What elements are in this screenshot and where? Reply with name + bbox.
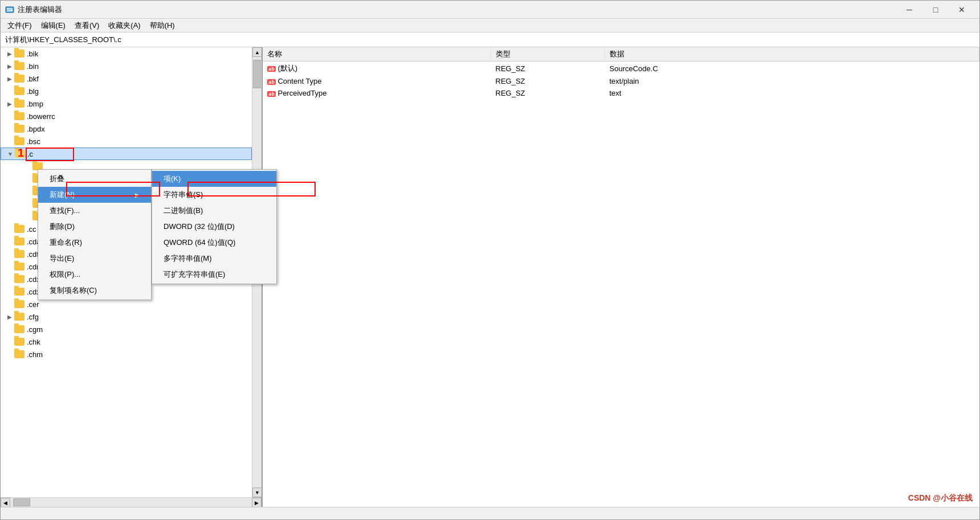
context-menu: 折叠 新建(N) ▶ 查找(F)... 删除(D) 重命名(R) 导出(E) 权… xyxy=(38,169,152,300)
submenu-item-multistring[interactable]: 多字符串值(M) xyxy=(152,251,276,267)
tree-label-bpdx: .bpdx xyxy=(27,125,45,133)
folder-icon-bmp xyxy=(14,100,24,108)
submenu-item-dword[interactable]: DWORD (32 位)值(D) xyxy=(152,219,276,235)
menu-view[interactable]: 查看(V) xyxy=(70,19,104,32)
tree-item-blg[interactable]: ▶ .blg xyxy=(1,85,252,97)
folder-icon-cdmp xyxy=(14,263,24,271)
folder-icon-bowerrc xyxy=(14,112,24,120)
tree-item-c[interactable]: ▼ .c xyxy=(1,148,252,160)
tree-label-bkf: .bkf xyxy=(27,75,39,83)
h-scroll-left-btn[interactable]: ◀ xyxy=(1,498,10,507)
submenu: 项(K) 字符串值(S) 二进制值(B) DWORD (32 位)值(D) QW… xyxy=(152,169,277,284)
table-row[interactable]: ab PerceivedType REG_SZ text xyxy=(263,87,979,99)
minimize-button[interactable]: ─ xyxy=(896,1,922,19)
ab-icon-default: ab xyxy=(267,66,276,72)
menu-help[interactable]: 帮助(H) xyxy=(145,19,179,32)
tree-item-chk[interactable]: ▶ .chk xyxy=(1,335,252,348)
tree-label-bsc: .bsc xyxy=(27,137,40,146)
folder-icon-bkf xyxy=(14,75,24,83)
scrollbar-thumb-left[interactable] xyxy=(253,60,261,88)
col-name-header: 名称 xyxy=(263,47,491,62)
folder-icon-cda xyxy=(14,238,24,245)
context-menu-rename[interactable]: 重命名(R) xyxy=(38,235,151,251)
context-menu-permissions[interactable]: 权限(P)... xyxy=(38,267,151,282)
reg-type-perceived-type: REG_SZ xyxy=(491,87,605,99)
tree-label-cc: .cc xyxy=(27,225,36,234)
menu-bar: 文件(F) 编辑(E) 查看(V) 收藏夹(A) 帮助(H) xyxy=(1,19,979,32)
tree-label-bowerrc: .bowerrc xyxy=(27,112,55,121)
menu-file[interactable]: 文件(F) xyxy=(3,19,36,32)
tree-label-chm: .chm xyxy=(27,350,43,359)
ab-icon-content-type: ab xyxy=(267,79,276,85)
window-controls: ─ □ ✕ xyxy=(896,1,975,19)
right-pane: 名称 类型 数据 ab (默认) REG_SZ SourceCode.C xyxy=(263,47,979,507)
context-menu-export[interactable]: 导出(E) xyxy=(38,251,151,267)
title-bar-left: 注册表编辑器 xyxy=(5,5,62,15)
reg-name-default: ab (默认) xyxy=(263,62,491,76)
tree-label-bik: .bik xyxy=(27,50,38,58)
address-path: 计算机\HKEY_CLASSES_ROOT\.c xyxy=(5,35,121,45)
maximize-button[interactable]: □ xyxy=(922,1,949,19)
tree-item-bmp[interactable]: ▶ .bmp xyxy=(1,97,252,110)
tree-label-cer: .cer xyxy=(27,300,39,309)
table-row[interactable]: ab (默认) REG_SZ SourceCode.C xyxy=(263,62,979,76)
tree-item-bkf[interactable]: ▶ .bkf xyxy=(1,72,252,85)
tree-item-bpdx[interactable]: ▶ .bpdx xyxy=(1,122,252,135)
folder-icon-bsc xyxy=(14,137,24,145)
reg-data-perceived-type: text xyxy=(605,87,979,99)
context-menu-collapse[interactable]: 折叠 xyxy=(38,171,151,187)
menu-favorites[interactable]: 收藏夹(A) xyxy=(104,19,145,32)
h-scroll-right-btn[interactable]: ▶ xyxy=(252,498,262,507)
folder-icon-cdx xyxy=(14,275,24,283)
submenu-item-qword[interactable]: QWORD (64 位)值(Q) xyxy=(152,235,276,251)
folder-icon-bpdx xyxy=(14,125,24,133)
expand-icon-bkf: ▶ xyxy=(5,74,14,83)
tree-label-bmp: .bmp xyxy=(27,100,43,108)
folder-icon-cdf xyxy=(14,250,24,258)
title-bar: 注册表编辑器 ─ □ ✕ xyxy=(1,1,979,19)
window-title: 注册表编辑器 xyxy=(18,5,62,15)
registry-table: 名称 类型 数据 ab (默认) REG_SZ SourceCode.C xyxy=(263,47,979,99)
tree-label-chk: .chk xyxy=(27,338,40,346)
expand-icon-bmp: ▶ xyxy=(5,99,14,108)
tree-label-bin: .bin xyxy=(27,62,39,71)
reg-name-perceived-type: ab PerceivedType xyxy=(263,87,491,99)
folder-icon-c xyxy=(15,150,25,158)
tree-item-cgm[interactable]: ▶ .cgm xyxy=(1,323,252,335)
expand-icon-bik: ▶ xyxy=(5,49,14,58)
submenu-item-binary[interactable]: 二进制值(B) xyxy=(152,203,276,219)
scrollbar-up-btn[interactable]: ▲ xyxy=(252,47,262,57)
tree-label-blg: .blg xyxy=(27,87,39,96)
tree-item-bin[interactable]: ▶ .bin xyxy=(1,60,252,72)
tree-item-bik[interactable]: ▶ .bik xyxy=(1,47,252,60)
submenu-item-key[interactable]: 项(K) xyxy=(152,171,276,187)
context-menu-new[interactable]: 新建(N) ▶ xyxy=(38,187,151,203)
context-menu-delete[interactable]: 删除(D) xyxy=(38,219,151,235)
folder-icon-chm xyxy=(14,350,24,358)
context-menu-copy-name[interactable]: 复制项名称(C) xyxy=(38,282,151,298)
tree-label-cfg: .cfg xyxy=(27,313,39,321)
folder-icon-bik xyxy=(14,50,24,58)
tree-item-bowerrc[interactable]: ▶ .bowerrc xyxy=(1,110,252,122)
context-menu-find[interactable]: 查找(F)... xyxy=(38,203,151,219)
expand-icon-c: ▼ xyxy=(6,149,15,158)
reg-name-content-type: ab Content Type xyxy=(263,75,491,87)
tree-item-bsc[interactable]: ▶ .bsc xyxy=(1,135,252,148)
submenu-item-string[interactable]: 字符串值(S) xyxy=(152,187,276,203)
tree-item-chm[interactable]: ▶ .chm xyxy=(1,348,252,361)
folder-icon-cc xyxy=(14,225,24,233)
menu-edit[interactable]: 编辑(E) xyxy=(36,19,70,32)
scrollbar-down-btn[interactable]: ▼ xyxy=(252,488,262,497)
table-row[interactable]: ab Content Type REG_SZ text/plain xyxy=(263,75,979,87)
h-scrollbar-thumb[interactable] xyxy=(13,498,30,506)
submenu-item-expandstring[interactable]: 可扩充字符串值(E) xyxy=(152,267,276,282)
registry-editor-window: 注册表编辑器 ─ □ ✕ 文件(F) 编辑(E) 查看(V) 收藏夹(A) 帮助… xyxy=(0,0,980,520)
folder-icon-chk xyxy=(14,338,24,346)
tree-item-cfg[interactable]: ▶ .cfg xyxy=(1,310,252,323)
app-icon xyxy=(5,5,14,14)
close-button[interactable]: ✕ xyxy=(949,1,975,19)
watermark: CSDN @小谷在线 xyxy=(908,493,973,503)
left-pane-h-scrollbar[interactable]: ◀ ▶ xyxy=(1,497,262,507)
tree-label-c: .c xyxy=(27,150,33,158)
ab-icon-perceived-type: ab xyxy=(267,91,276,97)
